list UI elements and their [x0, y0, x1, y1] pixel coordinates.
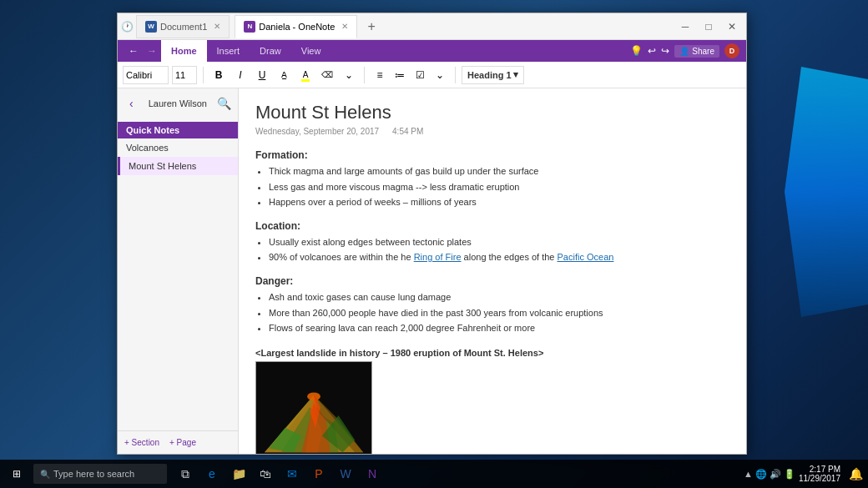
danger-heading: Danger: — [255, 275, 729, 287]
font-name-input[interactable] — [123, 66, 169, 84]
toolbar-divider-2 — [364, 67, 365, 83]
sidebar-page-mount-st-helens[interactable]: Mount St Helens — [118, 157, 238, 175]
location-list: Usually exist along edges between tecton… — [269, 235, 729, 265]
tab-onenote-close[interactable]: ✕ — [341, 22, 348, 31]
volcano-image — [255, 361, 372, 454]
person-icon: 👤 — [679, 47, 689, 56]
bullet-list-button[interactable]: ≡ — [371, 66, 389, 84]
redo-icon[interactable]: ↪ — [661, 45, 669, 57]
list-item: Thick magma and large amounts of gas bui… — [269, 164, 729, 179]
new-tab-button[interactable]: + — [362, 19, 380, 34]
sidebar-search-button[interactable]: 🔍 — [217, 97, 231, 110]
title-bar-left: 🕐 W Document1 ✕ N Daniela - OneNote ✕ + — [121, 15, 381, 38]
forward-button[interactable]: → — [143, 42, 161, 60]
tab-insert[interactable]: Insert — [207, 40, 250, 62]
taskbar-clock[interactable]: 2:17 PM 11/29/2017 — [799, 465, 840, 483]
add-section-button[interactable]: + Section — [124, 438, 159, 447]
format-expand[interactable]: ⌄ — [340, 66, 358, 84]
note-content-area: Mount St Helens Wednesday, September 20,… — [239, 88, 746, 454]
share-button[interactable]: 👤 Share — [674, 45, 719, 58]
list-item: Ash and toxic gases can cause lung damag… — [269, 290, 729, 305]
sidebar-section-label[interactable]: Quick Notes — [118, 122, 238, 138]
notification-button[interactable]: 🔔 — [849, 467, 863, 480]
note-title: Mount St Helens — [255, 102, 729, 123]
font-color-button[interactable]: A — [296, 66, 315, 84]
add-page-button[interactable]: + Page — [169, 438, 196, 447]
toolbar-divider-1 — [203, 67, 204, 83]
sidebar-page-volcanoes[interactable]: Volcanoes — [118, 138, 238, 157]
undo-icon[interactable]: ↩ — [648, 45, 656, 57]
explorer-icon[interactable]: 📁 — [227, 462, 250, 485]
tab-draw[interactable]: Draw — [250, 40, 291, 62]
taskbar: ⊞ 🔍 Type here to search ⧉ e 📁 🛍 ✉ P W N … — [0, 460, 868, 488]
italic-button[interactable]: I — [231, 66, 250, 84]
sidebar: ‹ Lauren Wilson 🔍 Quick Notes Volcanoes … — [118, 88, 239, 454]
minimize-button[interactable]: ─ — [674, 16, 696, 38]
tab-onenote[interactable]: N Daniela - OneNote ✕ — [235, 15, 357, 38]
mail-icon[interactable]: ✉ — [280, 462, 304, 485]
word-favicon: W — [145, 21, 157, 33]
svg-point-6 — [307, 392, 320, 400]
pacific-ocean-link[interactable]: Pacific Ocean — [558, 252, 614, 262]
sidebar-header: ‹ Lauren Wilson 🔍 — [118, 88, 238, 118]
main-area: ‹ Lauren Wilson 🔍 Quick Notes Volcanoes … — [118, 88, 746, 454]
bold-button[interactable]: B — [209, 66, 228, 84]
taskbar-app-icons: ⧉ e 📁 🛍 ✉ P W N — [174, 462, 384, 485]
sidebar-back-arrow[interactable]: ‹ — [124, 93, 139, 113]
formation-list: Thick magma and large amounts of gas bui… — [269, 164, 729, 210]
close-button[interactable]: ✕ — [721, 16, 743, 38]
ring-of-fire-link[interactable]: Ring of Fire — [414, 252, 462, 262]
network-icon[interactable]: 🌐 — [755, 469, 767, 480]
toolbar-divider-3 — [455, 67, 456, 83]
font-size-input[interactable] — [172, 66, 197, 84]
tab-view[interactable]: View — [291, 40, 331, 62]
eraser-button[interactable]: ⌫ — [318, 66, 336, 84]
ribbon: ← → Home Insert Draw View 💡 ↩ ↪ — [118, 40, 746, 88]
lightbulb-icon[interactable]: 💡 — [630, 45, 643, 57]
style-dropdown[interactable]: Heading 1 ▾ — [462, 66, 524, 84]
location-heading: Location: — [255, 220, 729, 232]
list-item: 90% of volcanoes are within the he Ring … — [269, 250, 729, 265]
powerpoint-icon[interactable]: P — [307, 462, 331, 485]
clock-icon: 🕐 — [121, 21, 133, 33]
start-button[interactable]: ⊞ — [0, 460, 33, 488]
onenote-taskbar-icon[interactable]: N — [361, 462, 384, 485]
taskbar-search[interactable]: 🔍 Type here to search — [33, 464, 167, 484]
tray-icon-1[interactable]: ▲ — [744, 469, 753, 479]
taskview-button[interactable]: ⧉ — [174, 462, 197, 485]
tab-document1[interactable]: W Document1 ✕ — [136, 15, 230, 38]
title-bar: 🕐 W Document1 ✕ N Daniela - OneNote ✕ + … — [118, 13, 746, 40]
desktop-decoration — [785, 67, 868, 317]
volume-icon[interactable]: 🔊 — [770, 469, 781, 480]
onenote-window: 🕐 W Document1 ✕ N Daniela - OneNote ✕ + … — [117, 13, 747, 455]
checklist-button[interactable]: ☑ — [411, 66, 429, 84]
tab-home[interactable]: Home — [161, 40, 207, 62]
list-item: Less gas and more viscous magma --> less… — [269, 180, 729, 195]
list-buttons: ≡ ≔ ☑ ⌄ — [371, 66, 449, 84]
underline-button[interactable]: U — [253, 66, 271, 84]
tab-document1-close[interactable]: ✕ — [214, 22, 220, 31]
list-item: More than 260,000 people have died in th… — [269, 306, 729, 321]
edge-icon[interactable]: e — [200, 462, 224, 485]
user-avatar[interactable]: D — [724, 43, 739, 58]
window-controls: ─ □ ✕ — [674, 16, 743, 38]
sidebar-footer: + Section + Page — [118, 430, 238, 454]
back-button[interactable]: ← — [124, 42, 143, 60]
style-dropdown-arrow: ▾ — [513, 69, 518, 80]
tab-document1-label: Document1 — [160, 22, 207, 32]
tab-onenote-label: Daniela - OneNote — [259, 22, 335, 32]
list-expand[interactable]: ⌄ — [431, 66, 449, 84]
store-icon[interactable]: 🛍 — [254, 462, 277, 485]
maximize-button[interactable]: □ — [698, 16, 719, 38]
danger-list: Ash and toxic gases can cause lung damag… — [269, 290, 729, 336]
word-taskbar-icon[interactable]: W — [334, 462, 357, 485]
toolbar: B I U A̲ A ⌫ ⌄ ≡ ≔ ☑ ⌄ Hea — [118, 62, 746, 88]
battery-icon[interactable]: 🔋 — [784, 469, 795, 480]
taskbar-right: ▲ 🌐 🔊 🔋 2:17 PM 11/29/2017 🔔 — [744, 465, 868, 483]
numbered-list-button[interactable]: ≔ — [391, 66, 409, 84]
list-item: Flows of searing lava can reach 2,000 de… — [269, 321, 729, 336]
highlight-button[interactable]: A̲ — [275, 66, 293, 84]
note-time: 4:54 PM — [392, 127, 423, 136]
note-date: Wednesday, September 20, 2017 — [255, 127, 379, 136]
image-caption: <Largest landslide in history – 1980 eru… — [255, 348, 729, 358]
